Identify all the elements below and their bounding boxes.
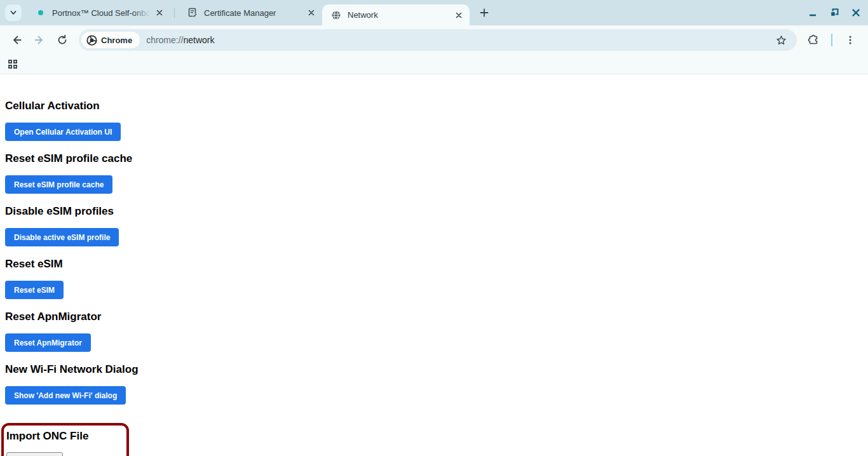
close-tab-icon[interactable] [453, 10, 465, 21]
tab-title: Network [348, 10, 449, 20]
puzzle-icon [808, 34, 820, 46]
section-heading: Reset ApnMigrator [5, 311, 868, 323]
restore-button[interactable] [829, 7, 840, 18]
reset-apnmigrator-button[interactable]: Reset ApnMigrator [5, 333, 91, 352]
apps-grid-icon[interactable] [8, 60, 17, 69]
omnibox[interactable]: Chrome chrome://network [79, 29, 797, 51]
close-icon [851, 8, 861, 18]
reload-button[interactable] [52, 30, 72, 50]
toolbar-divider [831, 34, 832, 46]
open-cellular-activation-button[interactable]: Open Cellular Activation UI [5, 123, 121, 141]
back-button[interactable] [6, 30, 27, 50]
tab-portnox[interactable]: Portnox™ Cloud Self-onboardin [27, 0, 170, 25]
url-scheme: chrome:// [146, 35, 183, 45]
back-arrow-icon [11, 34, 22, 46]
chrome-logo-icon [86, 35, 97, 46]
forward-button[interactable] [29, 30, 50, 50]
minimize-button[interactable] [807, 7, 818, 18]
kebab-menu-icon [845, 35, 855, 45]
tab-divider [174, 8, 175, 18]
close-tab-icon[interactable] [306, 7, 317, 18]
tab-network-active[interactable]: Network [322, 4, 470, 25]
section-heading: Disable eSIM profiles [5, 205, 868, 218]
url-host: network [183, 35, 214, 45]
close-tab-icon[interactable] [154, 7, 165, 18]
section-heading: Reset eSIM [5, 258, 868, 271]
chrome-chip: Chrome [81, 32, 140, 48]
close-window-button[interactable] [850, 7, 862, 18]
chevron-down-icon [10, 9, 17, 17]
browser-menu-button[interactable] [840, 30, 860, 50]
forward-arrow-icon [34, 34, 45, 46]
tab-title: Certificate Manager [204, 8, 302, 18]
new-tab-button[interactable] [476, 4, 492, 21]
browser-toolbar: Chrome chrome://network [0, 25, 868, 55]
plus-icon [480, 8, 489, 17]
choose-file-button[interactable]: Choose File [6, 452, 63, 456]
tab-search-button[interactable] [5, 4, 22, 21]
star-icon [776, 35, 787, 46]
import-onc-highlight-box: Import ONC File Choose File No file chos… [1, 423, 129, 456]
reset-esim-button[interactable]: Reset eSIM [5, 281, 64, 299]
tab-strip: Portnox™ Cloud Self-onboardin Certificat… [0, 0, 868, 25]
reload-icon [57, 34, 68, 46]
section-heading: Cellular Activation [5, 100, 868, 112]
browser-window: Portnox™ Cloud Self-onboardin Certificat… [0, 0, 868, 456]
extensions-button[interactable] [803, 30, 824, 50]
chrome-chip-label: Chrome [101, 36, 132, 45]
bookmarks-bar [0, 55, 868, 74]
tab-certificate-manager[interactable]: Certificate Manager [179, 0, 322, 25]
section-reset-esim-profile-cache: Reset eSIM profile cache Reset eSIM prof… [5, 152, 868, 194]
section-reset-esim: Reset eSIM Reset eSIM [5, 258, 868, 299]
tab-title: Portnox™ Cloud Self-onboardin [52, 8, 150, 18]
certificate-favicon-icon [187, 8, 198, 18]
bookmark-star-button[interactable] [773, 32, 789, 48]
section-cellular-activation: Cellular Activation Open Cellular Activa… [5, 100, 868, 141]
section-heading: New Wi-Fi Network Dialog [5, 363, 868, 376]
portnox-favicon-icon [36, 8, 46, 18]
disable-active-esim-profile-button[interactable]: Disable active eSIM profile [5, 228, 119, 246]
section-heading: Reset eSIM profile cache [5, 152, 868, 165]
network-page-content: Cellular Activation Open Cellular Activa… [0, 74, 868, 456]
section-disable-esim-profiles: Disable eSIM profiles Disable active eSI… [5, 205, 868, 246]
minimize-icon [808, 8, 818, 18]
reset-esim-profile-cache-button[interactable]: Reset eSIM profile cache [5, 175, 112, 194]
section-reset-apnmigrator: Reset ApnMigrator Reset ApnMigrator [5, 311, 868, 352]
globe-favicon-icon [331, 10, 341, 20]
section-new-wifi-dialog: New Wi-Fi Network Dialog Show 'Add new W… [5, 363, 868, 405]
show-add-wifi-dialog-button[interactable]: Show 'Add new Wi-Fi' dialog [5, 386, 126, 405]
import-onc-heading: Import ONC File [6, 430, 120, 443]
url-text[interactable]: chrome://network [146, 35, 773, 45]
onc-file-input[interactable]: Choose File No file chosen [6, 452, 120, 456]
window-controls [807, 7, 862, 18]
restore-icon [829, 8, 839, 18]
